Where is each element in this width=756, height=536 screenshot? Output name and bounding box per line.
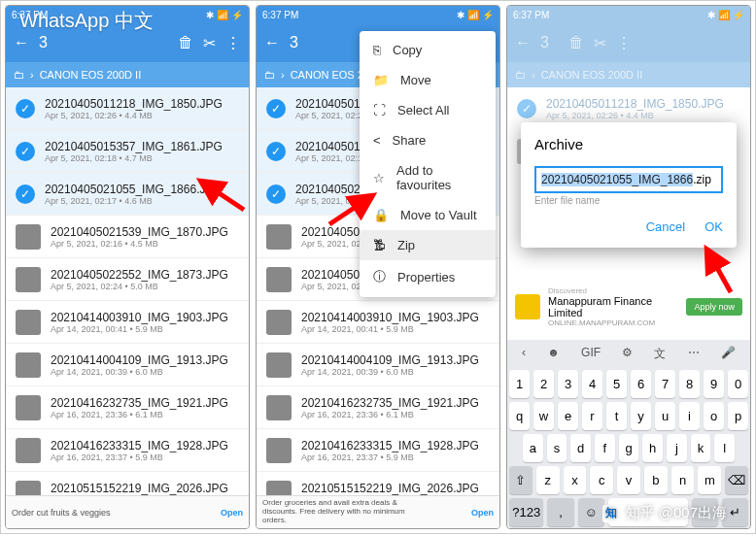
list-item[interactable]: 20210414003910_IMG_1903.JPGApr 14, 2021,… [257, 301, 499, 344]
key-i[interactable]: i [679, 402, 700, 430]
key-n[interactable]: n [671, 466, 695, 494]
key-⇧[interactable]: ⇧ [509, 466, 533, 494]
key-x[interactable]: x [564, 466, 587, 494]
cancel-button[interactable]: Cancel [646, 219, 685, 234]
menu-vault[interactable]: 🔒Move to Vault [360, 200, 496, 230]
list-item[interactable]: 20210416232735_IMG_1921.JPGApr 16, 2021,… [6, 386, 249, 429]
more-icon[interactable]: ⋮ [225, 34, 241, 52]
file-name: 20210416233315_IMG_1928.JPG [301, 439, 490, 452]
keyboard: ‹ ☻ GIF ⚙ 文 ⋯ 🎤 1234567890qwertyuiopasdf… [507, 340, 750, 528]
key-d[interactable]: d [570, 434, 591, 462]
key-5[interactable]: 5 [606, 370, 627, 398]
key-8[interactable]: 8 [679, 370, 700, 398]
key-3[interactable]: 3 [558, 370, 578, 398]
list-item[interactable]: ✓20210405011218_IMG_1850.JPGApr 5, 2021,… [6, 87, 249, 130]
back-icon[interactable]: ← [264, 34, 280, 51]
menu-select-all[interactable]: ⛶Select All [360, 95, 496, 125]
key-g[interactable]: g [619, 434, 639, 462]
list-item[interactable]: 20210416233315_IMG_1928.JPGApr 16, 2021,… [257, 429, 499, 472]
list-item[interactable]: 20210405022552_IMG_1873.JPGApr 5, 2021, … [6, 258, 249, 301]
list-item[interactable]: 20210416232735_IMG_1921.JPGApr 16, 2021,… [257, 386, 499, 429]
context-menu: ⎘Copy 📁Move ⛶Select All <Share ☆Add to f… [360, 31, 496, 297]
status-bar: 6:37 PM✱ 📶 ⚡ [507, 6, 750, 23]
thumbnail [266, 224, 292, 250]
key-u[interactable]: u [655, 402, 675, 430]
key-y[interactable]: y [631, 402, 651, 430]
thumbnail [16, 438, 41, 463]
kbd-sticker-icon[interactable]: ☻ [547, 346, 560, 362]
thumbnail [16, 224, 41, 250]
kbd-more-icon[interactable]: ⋯ [688, 346, 700, 362]
key-0[interactable]: 0 [728, 370, 748, 398]
key-e[interactable]: e [558, 402, 578, 430]
key-1[interactable]: 1 [509, 370, 530, 398]
key-w[interactable]: w [533, 402, 554, 430]
file-name: 20210405021539_IMG_1870.JPG [51, 225, 239, 239]
ad-card[interactable]: Discovered Manappuram Finance Limited ON… [507, 287, 750, 326]
key-v[interactable]: v [617, 466, 640, 494]
file-name: 20210414004109_IMG_1913.JPG [301, 353, 490, 367]
key-4[interactable]: 4 [582, 370, 602, 398]
phone-screen-3: 6:37 PM✱ 📶 ⚡ ←3🗑✂⋮ 🗀›CANON EOS 200D II ✓… [506, 5, 751, 529]
ad-banner[interactable]: Order cut fruits & veggies Open [6, 495, 249, 528]
key-7[interactable]: 7 [655, 370, 675, 398]
key-k[interactable]: k [691, 434, 711, 462]
key-6[interactable]: 6 [631, 370, 651, 398]
ok-button[interactable]: OK [704, 219, 723, 234]
key-o[interactable]: o [704, 402, 724, 430]
file-meta: Apr 5, 2021, 02:18 • 4.7 MB [45, 153, 239, 163]
kbd-mic-icon[interactable]: 🎤 [721, 346, 736, 362]
menu-zip[interactable]: 🗜Zip [360, 230, 496, 260]
list-item[interactable]: ✓20210405015357_IMG_1861.JPGApr 5, 2021,… [6, 130, 249, 173]
delete-icon[interactable]: 🗑 [178, 34, 193, 51]
menu-copy[interactable]: ⎘Copy [360, 35, 496, 65]
dialog-title: Archive [534, 136, 723, 152]
sdcard-icon: 🗀 [14, 69, 24, 81]
key-b[interactable]: b [644, 466, 668, 494]
key-a[interactable]: a [523, 434, 543, 462]
input-hint: Enter file name [534, 195, 723, 206]
file-name: 20210414003910_IMG_1903.JPG [51, 311, 239, 324]
key-☺[interactable]: ☺ [578, 498, 604, 526]
menu-properties[interactable]: ⓘProperties [360, 260, 496, 293]
kbd-collapse-icon[interactable]: ‹ [522, 346, 526, 362]
apply-button[interactable]: Apply now [686, 298, 742, 316]
list-item[interactable]: 20210414004109_IMG_1913.JPGApr 14, 2021,… [257, 344, 499, 386]
key-q[interactable]: q [509, 402, 530, 430]
file-name: 20210515152219_IMG_2026.JPG [301, 482, 490, 495]
key-p[interactable]: p [728, 402, 748, 430]
key-⌫[interactable]: ⌫ [725, 466, 748, 494]
key-l[interactable]: l [714, 434, 735, 462]
key-,[interactable]: , [547, 498, 573, 526]
kbd-translate-icon[interactable]: 文 [654, 346, 666, 362]
key-2[interactable]: 2 [533, 370, 554, 398]
key-f[interactable]: f [595, 434, 615, 462]
file-meta: Apr 14, 2021, 00:39 • 6.0 MB [301, 367, 490, 377]
key-r[interactable]: r [582, 402, 602, 430]
key-t[interactable]: t [606, 402, 627, 430]
list-item[interactable]: 20210405021539_IMG_1870.JPGApr 5, 2021, … [6, 216, 249, 258]
menu-favourites[interactable]: ☆Add to favourites [360, 155, 496, 200]
key-s[interactable]: s [547, 434, 567, 462]
key-z[interactable]: z [536, 466, 560, 494]
key-j[interactable]: j [667, 434, 687, 462]
list-item[interactable]: ✓20210405021055_IMG_1866.JPGApr 5, 2021,… [6, 173, 249, 216]
back-icon[interactable]: ← [14, 34, 29, 51]
list-item[interactable]: 20210414004109_IMG_1913.JPGApr 14, 2021,… [6, 344, 249, 386]
breadcrumb[interactable]: 🗀 › CANON EOS 200D II [6, 62, 249, 87]
key-?123[interactable]: ?123 [509, 498, 543, 526]
key-m[interactable]: m [698, 466, 721, 494]
ad-banner[interactable]: Order groceries and avail extra deals & … [257, 495, 499, 528]
zhihu-icon: 知 [602, 505, 620, 522]
menu-move[interactable]: 📁Move [360, 65, 496, 95]
key-c[interactable]: c [590, 466, 613, 494]
kbd-gif-icon[interactable]: GIF [581, 346, 601, 362]
filename-input[interactable]: 20210405021055_IMG_1866.zip [534, 166, 723, 193]
menu-share[interactable]: <Share [360, 125, 496, 155]
cut-icon[interactable]: ✂ [203, 34, 216, 52]
key-9[interactable]: 9 [704, 370, 724, 398]
key-h[interactable]: h [642, 434, 663, 462]
kbd-settings-icon[interactable]: ⚙ [622, 346, 633, 362]
list-item[interactable]: 20210416233315_IMG_1928.JPGApr 16, 2021,… [6, 429, 249, 472]
list-item[interactable]: 20210414003910_IMG_1903.JPGApr 14, 2021,… [6, 301, 249, 344]
